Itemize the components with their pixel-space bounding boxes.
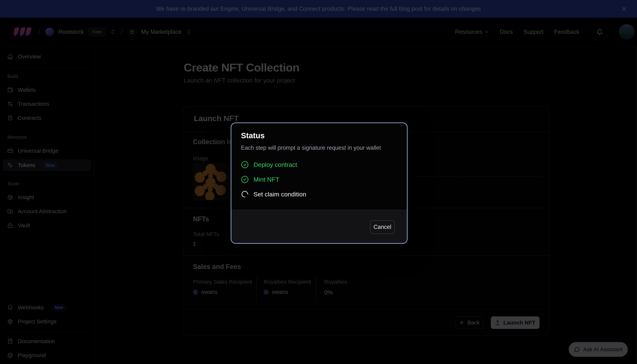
step-list: Deploy contract Mint NFT Set claim condi… — [241, 159, 306, 200]
check-circle-icon — [241, 176, 249, 183]
step-deploy-contract: Deploy contract — [241, 159, 306, 170]
step-label: Deploy contract — [254, 161, 297, 168]
modal-title: Status — [241, 131, 264, 140]
step-set-claim-condition: Set claim condition — [241, 189, 306, 200]
step-label: Mint NFT — [254, 176, 279, 183]
spinner-icon — [241, 190, 249, 198]
step-mint-nft: Mint NFT — [241, 174, 306, 185]
cancel-button[interactable]: Cancel — [370, 220, 395, 234]
status-modal: Status Each step will prompt a signature… — [231, 122, 408, 244]
step-label: Set claim condition — [254, 191, 306, 198]
modal-subtitle: Each step will prompt a signature reques… — [241, 144, 381, 151]
modal-footer: Cancel — [231, 210, 407, 243]
check-circle-icon — [241, 161, 249, 168]
